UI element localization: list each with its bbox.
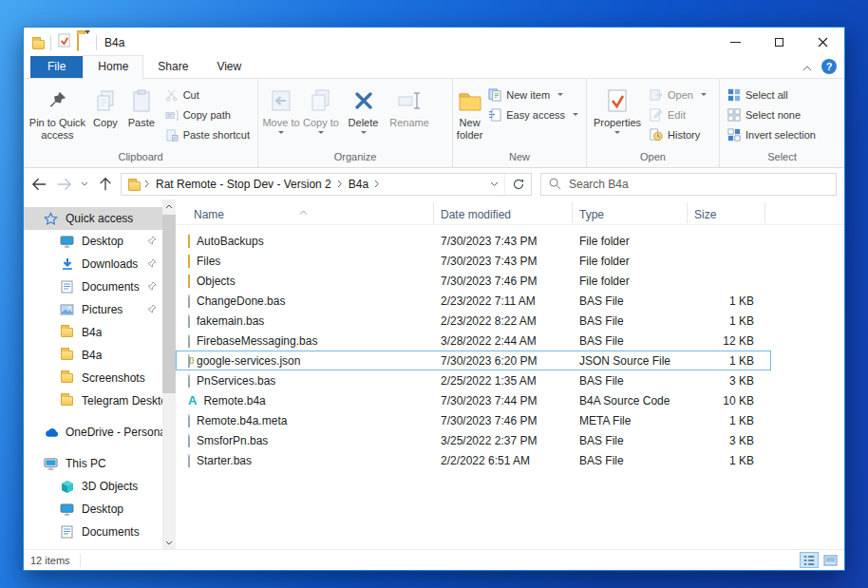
scroll-down-arrow-icon[interactable] — [165, 536, 173, 549]
thumbnails-view-button[interactable] — [821, 552, 840, 568]
properties-button[interactable]: Properties — [590, 82, 645, 151]
maximize-button[interactable] — [757, 28, 801, 57]
minimize-button[interactable] — [713, 28, 757, 57]
history-button[interactable]: History — [645, 124, 711, 144]
sidebar-item-documents[interactable]: Documents — [24, 521, 162, 543]
qat-properties-button[interactable] — [57, 33, 71, 51]
file-row-autobackups[interactable]: AutoBackups 7/30/2023 7:43 PM File folde… — [176, 231, 771, 251]
close-button[interactable] — [801, 28, 844, 57]
cut-button[interactable]: Cut — [160, 85, 255, 104]
recent-locations-button[interactable] — [77, 173, 92, 196]
arrow-right-icon — [56, 177, 72, 192]
scroll-up-arrow-icon[interactable] — [165, 199, 173, 213]
sidebar-item-this-pc[interactable]: This PC — [24, 452, 162, 475]
sidebar-item-3d-objects[interactable]: 3D Objects — [24, 475, 162, 498]
file-icon — [188, 374, 190, 388]
folder-icon — [59, 396, 75, 406]
breadcrumb-chevron-icon[interactable] — [337, 180, 343, 188]
forward-button[interactable] — [52, 173, 75, 196]
new-item-button[interactable]: New item — [483, 85, 583, 104]
sidebar-item-telegram-desktop[interactable]: Telegram Desktop — [24, 389, 162, 412]
title-bar: B4a — [24, 28, 844, 57]
qat-customize-button[interactable] — [85, 34, 90, 51]
sidebar-item-downloads[interactable]: Downloads — [24, 253, 162, 275]
rename-button[interactable]: Rename — [386, 82, 433, 151]
sidebar-item-onedrive-persona[interactable]: OneDrive - Persona — [24, 421, 162, 444]
sort-ascending-icon — [299, 201, 308, 218]
select-none-button[interactable]: Select none — [723, 104, 821, 124]
copy-to-button[interactable]: Copy to — [301, 82, 341, 151]
qat-new-folder-button[interactable] — [77, 34, 79, 51]
json-file-icon — [188, 354, 190, 368]
sidebar-item-b4a[interactable]: B4a — [24, 344, 162, 367]
back-button[interactable] — [28, 173, 50, 196]
sidebar-item-desktop[interactable]: Desktop — [24, 498, 162, 521]
file-row-files[interactable]: Files 7/30/2023 7:43 PM File folder — [176, 251, 771, 271]
select-none-icon — [727, 108, 741, 122]
scrollbar-thumb[interactable] — [162, 215, 176, 393]
address-bar[interactable]: Rat Remote - Stop Dev - Version 2B4a — [121, 173, 532, 196]
breadcrumb-segment-b4a[interactable]: B4a — [345, 178, 372, 191]
sidebar-item-b4a[interactable]: B4a — [24, 321, 162, 344]
breadcrumb-chevron-icon[interactable] — [144, 180, 150, 188]
sidebar-item-screenshots[interactable]: Screenshots — [24, 367, 162, 389]
sidebar-item-desktop[interactable]: Desktop — [24, 230, 162, 253]
breadcrumb-segment-rat-remote-stop-dev-version-2[interactable]: Rat Remote - Stop Dev - Version 2 — [152, 178, 335, 191]
tab-file[interactable]: File — [30, 56, 83, 78]
sidebar-item-pictures[interactable]: Pictures — [24, 298, 162, 321]
file-icon — [188, 314, 190, 328]
sidebar-item-quick-access[interactable]: Quick access — [24, 207, 162, 230]
refresh-button[interactable] — [504, 174, 531, 195]
ribbon-group-select: Select all Select none Invert selection … — [720, 79, 844, 167]
easy-access-button[interactable]: Easy access — [483, 104, 583, 124]
collapse-ribbon-button[interactable] — [802, 58, 812, 75]
help-button[interactable] — [821, 59, 837, 74]
sidebar-item-documents[interactable]: Documents — [24, 275, 162, 298]
easy-access-icon — [488, 108, 501, 122]
up-button[interactable] — [94, 173, 117, 196]
sidebar-scrollbar[interactable] — [162, 199, 176, 549]
select-all-button[interactable]: Select all — [723, 85, 821, 104]
arrow-left-icon — [31, 177, 47, 192]
file-row-smsforpn-bas[interactable]: SmsforPn.bas 3/25/2022 2:37 PM BAS File … — [176, 430, 771, 450]
folder-icon — [59, 328, 75, 337]
ribbon-tabs: File Home Share View — [24, 57, 844, 79]
column-header-date-modified[interactable]: Date modified — [434, 202, 573, 223]
search-box[interactable]: Search B4a — [540, 173, 837, 196]
file-row-remote-b4a[interactable]: Remote.b4a 7/30/2023 7:44 PM B4A Source … — [176, 390, 771, 410]
column-header-size[interactable]: Size — [688, 202, 765, 223]
tab-share[interactable]: Share — [143, 56, 202, 78]
details-view-button[interactable] — [800, 552, 819, 568]
move-to-button[interactable]: Move to — [261, 82, 301, 151]
column-header-type[interactable]: Type — [573, 202, 688, 223]
copy-path-button[interactable]: Copy path — [160, 104, 255, 124]
breadcrumb-chevron-icon[interactable] — [374, 180, 380, 188]
new-folder-button[interactable]: New folder — [456, 82, 483, 151]
edit-button[interactable]: Edit — [645, 104, 711, 124]
pictures-icon — [59, 304, 75, 315]
paste-shortcut-button[interactable]: Paste shortcut — [160, 124, 255, 144]
file-row-google-services-json[interactable]: google-services.json 7/30/2023 6:20 PM J… — [176, 351, 771, 370]
invert-selection-icon — [727, 128, 741, 142]
invert-selection-button[interactable]: Invert selection — [723, 124, 821, 144]
file-row-starter-bas[interactable]: Starter.bas 2/2/2022 6:51 AM BAS File 1 … — [176, 450, 771, 470]
open-button[interactable]: Open — [645, 85, 711, 104]
address-dropdown-button[interactable] — [483, 181, 504, 187]
dropdown-caret-icon — [701, 93, 707, 96]
tab-home[interactable]: Home — [83, 55, 143, 79]
file-row-changedone-bas[interactable]: ChangeDone.bas 2/23/2022 7:11 AM BAS Fil… — [176, 291, 771, 311]
dropdown-caret-icon — [573, 113, 578, 116]
ribbon-group-clipboard: Pin to Quick access Copy Paste — [24, 79, 258, 167]
file-row-fakemain-bas[interactable]: fakemain.bas 2/23/2022 8:22 AM BAS File … — [176, 311, 771, 331]
file-row-firebasemessaging-bas[interactable]: FirebaseMessaging.bas 3/28/2022 2:44 AM … — [176, 331, 771, 351]
delete-button[interactable]: Delete — [341, 82, 386, 151]
paste-button[interactable]: Paste — [123, 82, 160, 151]
file-row-pnservices-bas[interactable]: PnServices.bas 2/25/2022 1:35 AM BAS Fil… — [176, 370, 771, 390]
file-row-objects[interactable]: Objects 7/30/2023 7:46 PM File folder — [176, 271, 771, 291]
desktop-background: B4a File Home Share View — [0, 0, 868, 588]
tab-view[interactable]: View — [202, 56, 255, 78]
new-folder-icon — [457, 85, 483, 117]
pin-to-quick-access-button[interactable]: Pin to Quick access — [27, 82, 88, 151]
file-row-remote-b4a-meta[interactable]: Remote.b4a.meta 7/30/2023 7:46 PM META F… — [176, 410, 771, 430]
copy-button[interactable]: Copy — [88, 82, 123, 151]
